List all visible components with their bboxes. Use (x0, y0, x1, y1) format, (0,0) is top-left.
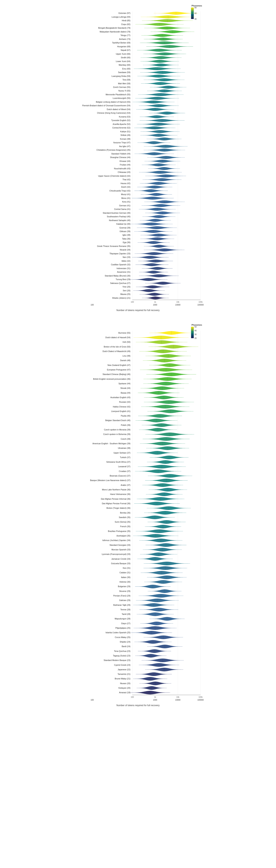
svg-text:Swedish (35): Swedish (35) (119, 516, 130, 519)
svg-text:Phonemes: Phonemes (192, 5, 202, 7)
svg-text:Basaa (44): Basaa (44) (121, 392, 130, 394)
svg-text:Polish (39): Polish (39) (121, 424, 130, 426)
svg-text:Salesaca Quichua (27): Salesaca Quichua (27) (110, 282, 130, 284)
svg-text:Luanyjang Dinka (59): Luanyjang Dinka (59) (111, 75, 130, 77)
svg-text:Igbo (38): Igbo (38) (123, 234, 130, 236)
svg-text:Mapudungun (28): Mapudungun (28) (115, 618, 130, 620)
svg-text:Linu (48): Linu (48) (123, 355, 130, 357)
svg-text:Kera (41): Kera (41) (122, 200, 130, 203)
svg-text:Ersu (60): Ersu (60) (122, 67, 130, 70)
svg-text:Brazilian Portuguese (35): Brazilian Portuguese (35) (108, 530, 130, 532)
svg-text:Burmese (55): Burmese (55) (118, 332, 130, 334)
svg-text:Tena Quichua (23): Tena Quichua (23) (114, 650, 130, 652)
svg-text:Tilquiapan Zapotec (33): Tilquiapan Zapotec (33) (109, 252, 130, 255)
svg-text:Dutch (42): Dutch (42) (121, 186, 130, 188)
svg-text:Bulgarian (29): Bulgarian (29) (118, 585, 130, 588)
svg-text:Chikasaw (43): Chikasaw (43) (118, 171, 130, 173)
svg-rect-175 (191, 327, 194, 338)
svg-text:Basque (Western Low Navarrese : Basque (Western Low Navarrese dialect) (… (90, 479, 130, 482)
svg-text:30: 30 (195, 334, 197, 336)
svg-text:Jicarilla Apache (52): Jicarilla Apache (52) (112, 123, 130, 125)
svg-text:Irish (50): Irish (50) (123, 341, 130, 343)
svg-text:Ibibio (32): Ibibio (32) (122, 260, 130, 262)
svg-text:Bardi (24): Bardi (24) (122, 645, 130, 648)
svg-text:100: 100 (131, 301, 134, 303)
svg-text:European Portuguese (47): European Portuguese (47) (107, 369, 130, 371)
svg-text:Indonesian (31): Indonesian (31) (116, 267, 130, 270)
svg-text:40: 40 (195, 330, 197, 332)
svg-text:Luxembourgish (55): Luxembourgish (55) (113, 97, 130, 99)
svg-text:Giayo (27): Giayo (27) (121, 622, 130, 624)
svg-text:Croatian (37): Croatian (37) (119, 470, 130, 472)
svg-text:Taba (36): Taba (36) (122, 238, 130, 240)
svg-text:1k: 1k (154, 696, 157, 698)
svg-text:Zurich German (55): Zurich German (55) (113, 86, 130, 88)
svg-text:Gitksan (39): Gitksan (39) (119, 230, 130, 232)
svg-text:Isthmus (Juchitan) Zapotec (34: Isthmus (Juchitan) Zapotec (34) (102, 539, 130, 541)
svg-text:Belgian Standard Dutch (40): Belgian Standard Dutch (40) (105, 419, 131, 422)
svg-text:Shiwilu (Jebero) (21): Shiwilu (Jebero) (21) (112, 297, 130, 299)
svg-text:Upper Saxon (Chemnitz dialect): Upper Saxon (Chemnitz dialect) (42) (98, 175, 130, 177)
svg-text:Hanoi Vietnamese (36): Hanoi Vietnamese (36) (110, 493, 130, 495)
svg-text:Dutch Dialect of Maastricht (4: Dutch Dialect of Maastricht (49) (103, 350, 130, 352)
svg-text:Standard Malay (Brunei) (30): Standard Malay (Brunei) (30) (105, 275, 130, 277)
svg-text:Bengali (Bangladeshi Standard): Bengali (Bangladeshi Standard) (79) (98, 27, 130, 29)
svg-text:Chistabino (Pyrenean Aragonese: Chistabino (Pyrenean Aragonese) (45) (97, 149, 130, 151)
svg-text:Central Arrernte (52): Central Arrernte (52) (112, 127, 130, 129)
svg-text:Friulian (44): Friulian (44) (120, 163, 130, 166)
svg-text:Mono Lake Northern Paiute (36): Mono Lake Northern Paiute (36) (102, 489, 130, 491)
svg-text:Northwest Sahaptin (40): Northwest Sahaptin (40) (109, 219, 130, 221)
svg-text:100000: 100000 (197, 699, 204, 701)
svg-text:Khowar (44): Khowar (44) (119, 160, 130, 162)
svg-text:Phonemes: Phonemes (192, 324, 202, 326)
svg-text:Goizueta Basque (33): Goizueta Basque (33) (111, 562, 130, 564)
svg-text:50: 50 (195, 326, 197, 328)
svg-text:10000: 10000 (175, 304, 180, 306)
svg-text:Ega (36): Ega (36) (123, 241, 130, 244)
svg-text:Sandawe (59): Sandawe (59) (118, 71, 130, 73)
svg-text:Standard Georgian (33): Standard Georgian (33) (110, 544, 130, 546)
svg-text:Keo (31): Keo (31) (123, 567, 130, 569)
svg-text:Hindi (85): Hindi (85) (122, 19, 130, 22)
svg-text:Tashilhyt Berber (69): Tashilhyt Berber (69) (112, 41, 130, 44)
svg-text:Chicahuaxtla Triqui (42): Chicahuaxtla Triqui (42) (109, 190, 130, 192)
svg-text:Estonian (97): Estonian (97) (119, 12, 130, 14)
svg-text:Assamese (31): Assamese (31) (117, 271, 130, 273)
svg-text:Tora (58): Tora (58) (123, 79, 130, 81)
svg-text:20: 20 (195, 337, 197, 339)
svg-text:100: 100 (131, 696, 134, 698)
svg-text:French (35): French (35) (120, 525, 130, 528)
svg-text:Turkish (37): Turkish (37) (120, 456, 130, 459)
svg-text:New Zealand English (47): New Zealand English (47) (107, 364, 130, 366)
svg-text:Nen (33): Nen (33) (123, 256, 130, 258)
svg-text:Itunyoso Triqui (47): Itunyoso Triqui (47) (113, 142, 130, 144)
svg-text:Breton (Treger dialect) (36): Breton (Treger dialect) (36) (107, 507, 130, 509)
svg-text:Lyonnais (Francoprovençal) (33: Lyonnais (Francoprovençal) (33) (102, 553, 130, 555)
svg-text:Sindhi (66): Sindhi (66) (121, 56, 130, 59)
svg-text:Thai (42): Thai (42) (123, 178, 130, 181)
svg-text:Belgian Limburg dialect of Ham: Belgian Limburg dialect of Hamont (55) (96, 101, 130, 103)
svg-text:Slovene (29): Slovene (29) (119, 590, 130, 592)
svg-text:Sumi (Sema) (35): Sumi (Sema) (35) (115, 521, 130, 523)
svg-text:Dutch dialect of Hasselt (54): Dutch dialect of Hasselt (54) (105, 336, 130, 339)
chart-panel-2: Phonemes 504030201001k10k100kBurmese (55… (0, 319, 276, 714)
svg-text:Cypriot Greek (23): Cypriot Greek (23) (114, 664, 130, 666)
svg-text:Dari Afghan Persian Formal (36: Dari Afghan Persian Formal (36) (102, 502, 130, 505)
svg-text:Czech spoken in Moravia (39): Czech spoken in Moravia (39) (104, 429, 130, 431)
svg-text:Bearnais (Gascon) (37): Bearnais (Gascon) (37) (110, 475, 130, 477)
svg-text:Dari Afghan Persian Informal (: Dari Afghan Persian Informal (36) (101, 498, 130, 500)
svg-text:Kedayan (20): Kedayan (20) (118, 687, 130, 689)
svg-text:Setswana South Africa (37): Setswana South Africa (37) (106, 461, 130, 463)
svg-text:Liverpool English (41): Liverpool English (41) (111, 410, 130, 412)
svg-text:Italian (30): Italian (30) (121, 576, 130, 579)
svg-text:Jamaican Creole (33): Jamaican Creole (33) (111, 558, 130, 560)
svg-text:Nivacle (34): Nivacle (34) (120, 249, 130, 251)
svg-text:100k: 100k (199, 301, 203, 303)
svg-text:Lower Xumi (64): Lower Xumi (64) (116, 60, 130, 62)
svg-text:Bukharan Tajik (29): Bukharan Tajik (29) (113, 604, 130, 606)
svg-text:Shipibo (24): Shipibo (24) (119, 641, 130, 643)
chart-panel-1: Phonemes 8060401001k10k100kEstonian (97)… (0, 0, 276, 319)
svg-text:Munyi (41): Munyi (41) (121, 193, 130, 195)
svg-text:Russian (42): Russian (42) (119, 401, 130, 403)
svg-text:Ukrainian (38): Ukrainian (38) (118, 447, 130, 449)
